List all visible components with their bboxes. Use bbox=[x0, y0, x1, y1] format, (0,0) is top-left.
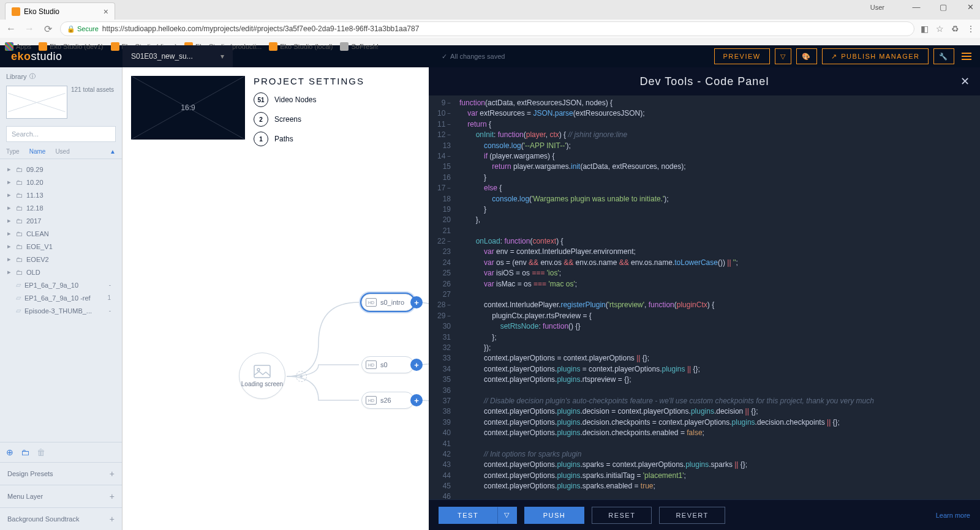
trash-icon[interactable]: 🗑 bbox=[37, 447, 45, 457]
expand-icon: ▸ bbox=[7, 178, 12, 186]
address-input[interactable]: 🔒 Secure https://studioapp.helloeko.com/… bbox=[60, 21, 914, 36]
close-panel-icon[interactable]: ✕ bbox=[960, 75, 970, 88]
file-item[interactable]: ▱Episode-3_THUMB_...- bbox=[0, 304, 122, 317]
folder-item[interactable]: ▸🗀CLEAN bbox=[0, 227, 122, 240]
project-name: S01E03_new_su... bbox=[131, 52, 193, 61]
test-dropdown[interactable]: ▽ bbox=[497, 507, 517, 524]
expand-icon: ▸ bbox=[7, 204, 12, 212]
browser-tab[interactable]: Eko Studio × bbox=[5, 2, 115, 20]
close-window-icon[interactable]: ✕ bbox=[963, 2, 978, 12]
folder-item[interactable]: ▸🗀09.29 bbox=[0, 163, 122, 176]
url-text: https://studioapp.helloeko.com/myproject… bbox=[102, 24, 419, 33]
folder-item[interactable]: ▸🗀12.18 bbox=[0, 201, 122, 214]
preview-dropdown[interactable]: ▽ bbox=[775, 48, 792, 64]
folder-icon: 🗀 bbox=[16, 243, 23, 250]
search-input[interactable]: Search... bbox=[6, 126, 116, 142]
project-settings-title: PROJECT SETTINGS bbox=[254, 76, 364, 86]
bookmark-item[interactable]: Eko Studio (local) bbox=[269, 42, 333, 51]
star-icon[interactable]: ☆ bbox=[936, 24, 944, 34]
project-settings: PROJECT SETTINGS 51Video Nodes2Screens1P… bbox=[254, 76, 364, 151]
loading-screen-node[interactable]: Loading screen bbox=[239, 353, 285, 399]
setting-row[interactable]: 1Paths bbox=[254, 132, 364, 146]
library-accordions: Design Presets+Menu Layer+Background Sou… bbox=[0, 462, 122, 530]
bookmark-item[interactable]: SoFresh! bbox=[340, 42, 379, 51]
dev-panel-header: Dev Tools - Code Panel ✕ bbox=[429, 67, 980, 95]
aspect-ratio-box[interactable]: 16:9 bbox=[131, 76, 245, 140]
expand-icon: ▸ bbox=[7, 191, 12, 199]
graph-node[interactable]: HDs0 bbox=[361, 356, 414, 373]
folder-icon: 🗀 bbox=[16, 269, 23, 276]
folder-item[interactable]: ▸🗀EOE_V1 bbox=[0, 240, 122, 253]
plus-icon: + bbox=[110, 514, 115, 524]
learn-more-link[interactable]: Learn more bbox=[936, 512, 970, 519]
library-preview: 121 total assets bbox=[0, 86, 122, 124]
push-button[interactable]: PUSH bbox=[524, 507, 585, 524]
back-icon[interactable]: ← bbox=[5, 23, 17, 34]
recycle-icon[interactable]: ♻ bbox=[951, 24, 959, 34]
bookmark-item[interactable]: Eko Studio (dev1) bbox=[39, 42, 103, 51]
test-button[interactable]: TEST bbox=[439, 507, 497, 524]
expand-icon: ▸ bbox=[7, 255, 12, 263]
folder-icon: 🗀 bbox=[16, 204, 23, 212]
expand-icon: ▸ bbox=[7, 230, 12, 237]
folder-icon: 🗀 bbox=[16, 217, 23, 225]
accordion-item[interactable]: Menu Layer+ bbox=[0, 485, 122, 507]
reset-button[interactable]: RESET bbox=[592, 507, 652, 524]
close-tab-icon[interactable]: × bbox=[104, 7, 108, 17]
code-content[interactable]: function(actData, extResourcesJSON, node… bbox=[454, 95, 980, 499]
secure-badge: 🔒 Secure bbox=[67, 25, 99, 33]
setting-row[interactable]: 51Video Nodes bbox=[254, 92, 364, 107]
add-node-button[interactable]: + bbox=[296, 371, 307, 382]
user-label[interactable]: User bbox=[870, 4, 884, 11]
reload-icon[interactable]: ⟳ bbox=[42, 23, 54, 35]
add-connection-button[interactable]: + bbox=[410, 394, 423, 406]
folder-item[interactable]: ▸🗀OLD bbox=[0, 266, 122, 278]
check-icon: ✓ bbox=[442, 53, 447, 61]
logo[interactable]: ekostudio bbox=[0, 50, 123, 63]
plus-icon: + bbox=[110, 491, 115, 501]
wrench-icon[interactable]: 🔧 bbox=[933, 48, 954, 64]
code-editor[interactable]: 9101112131415161718192021222324252627282… bbox=[429, 95, 980, 499]
tab-type[interactable]: Type bbox=[6, 148, 20, 155]
add-connection-button[interactable]: + bbox=[410, 359, 423, 371]
folder-icon: 🗀 bbox=[16, 230, 23, 237]
folder-item[interactable]: ▸🗀10.20 bbox=[0, 176, 122, 188]
file-item[interactable]: ▱EP1_6a_7_9a_10 -ref1 bbox=[0, 291, 122, 304]
folder-item[interactable]: ▸🗀11.13 bbox=[0, 188, 122, 201]
new-folder-icon[interactable]: 🗀 bbox=[21, 447, 29, 457]
project-selector[interactable]: S01E03_new_su... ▾ bbox=[123, 45, 233, 67]
publish-button[interactable]: ↗ PUBLISH MANAGER bbox=[822, 48, 929, 64]
hamburger-icon[interactable] bbox=[959, 53, 974, 60]
folder-item[interactable]: ▸🗀EOEV2 bbox=[0, 253, 122, 266]
kebab-icon[interactable]: ⋮ bbox=[967, 24, 975, 34]
library-thumb[interactable] bbox=[6, 86, 67, 119]
header-actions: PREVIEW ▽ 🎨 ↗ PUBLISH MANAGER 🔧 bbox=[714, 48, 980, 64]
maximize-icon[interactable]: ▢ bbox=[936, 2, 951, 12]
library-tree: ▸🗀09.29▸🗀10.20▸🗀11.13▸🗀12.18▸🗀2017▸🗀CLEA… bbox=[0, 159, 122, 442]
sort-arrow-icon[interactable]: ▲ bbox=[110, 148, 116, 155]
save-status: ✓ All changes saved bbox=[442, 53, 505, 61]
accordion-item[interactable]: Design Presets+ bbox=[0, 462, 122, 485]
tab-used[interactable]: Used bbox=[55, 148, 69, 155]
graph-node[interactable]: HDs26 bbox=[361, 392, 414, 409]
setting-row[interactable]: 2Screens bbox=[254, 112, 364, 127]
folder-icon: 🗀 bbox=[16, 256, 23, 263]
extension-icon[interactable]: ◧ bbox=[921, 24, 929, 34]
graph-node[interactable]: HDs0_intro bbox=[361, 294, 414, 311]
folder-item[interactable]: ▸🗀2017 bbox=[0, 214, 122, 227]
accordion-item[interactable]: Background Soundtrack+ bbox=[0, 507, 122, 530]
palette-icon[interactable]: 🎨 bbox=[796, 48, 817, 64]
info-icon[interactable]: ⓘ bbox=[29, 72, 36, 81]
bookmark-item[interactable]: Apps bbox=[5, 42, 31, 51]
add-connection-button[interactable]: + bbox=[410, 296, 423, 308]
video-icon: HD bbox=[366, 396, 377, 405]
svg-point-1 bbox=[257, 368, 260, 371]
forward-icon[interactable]: → bbox=[23, 23, 36, 34]
tab-name[interactable]: Name bbox=[29, 148, 46, 155]
preview-button[interactable]: PREVIEW bbox=[714, 48, 770, 64]
add-icon[interactable]: ⊕ bbox=[6, 447, 13, 457]
minimize-icon[interactable]: — bbox=[909, 2, 924, 12]
folder-icon: 🗀 bbox=[16, 166, 23, 173]
revert-button[interactable]: REVERT bbox=[659, 507, 725, 524]
file-item[interactable]: ▱EP1_6a_7_9a_10- bbox=[0, 278, 122, 291]
